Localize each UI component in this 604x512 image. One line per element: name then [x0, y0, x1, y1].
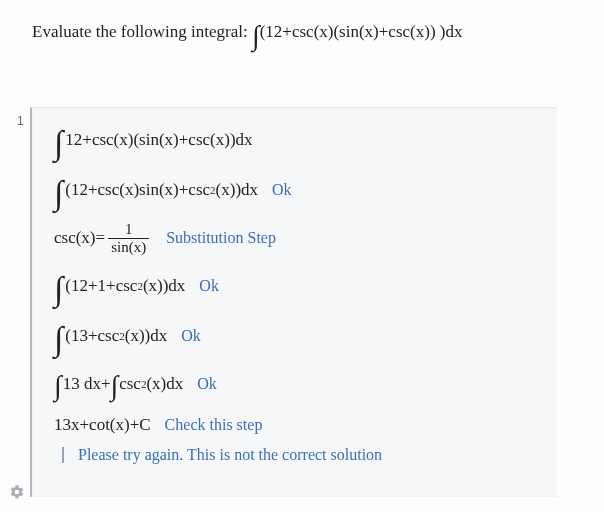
- worksheet-panel[interactable]: ∫12+csc(x)(sin(x)+csc(x))dx ∫(12+csc(x)s…: [30, 107, 557, 497]
- step-row[interactable]: csc(x)=1sin(x) Substitution Step: [54, 218, 545, 258]
- prompt-expression: ∫(12+csc(x)(sin(x)+csc(x)) )dx: [252, 22, 462, 41]
- step-expression: ∫(13+csc2(x))dx: [54, 324, 167, 348]
- step-row[interactable]: ∫(12+csc(x)sin(x)+csc2(x))dx Ok: [54, 168, 545, 212]
- prompt-label: Evaluate the following integral:: [32, 22, 248, 41]
- step-row[interactable]: ∫(12+1+csc2(x))dx Ok: [54, 264, 545, 308]
- feedback-message: Please try again. This is not the correc…: [78, 446, 382, 464]
- step-row[interactable]: ∫12+csc(x)(sin(x)+csc(x))dx: [54, 118, 545, 162]
- prompt-expr-text: (12+csc(x)(sin(x)+csc(x)) )dx: [260, 22, 463, 41]
- cursor-bar-icon: [62, 447, 64, 463]
- step-row[interactable]: ∫13 dx+∫csc2(x)dx Ok: [54, 364, 545, 404]
- problem-prompt: Evaluate the following integral: ∫(12+cs…: [32, 20, 462, 47]
- step-status[interactable]: Ok: [272, 181, 292, 199]
- step-expression: ∫(12+csc(x)sin(x)+csc2(x))dx: [54, 178, 258, 202]
- step-row[interactable]: 13x+cot(x)+C Check this step: [54, 410, 545, 440]
- step-status[interactable]: Ok: [197, 375, 217, 393]
- feedback-row: Please try again. This is not the correc…: [54, 446, 545, 464]
- step-row[interactable]: ∫(13+csc2(x))dx Ok: [54, 314, 545, 358]
- page: Evaluate the following integral: ∫(12+cs…: [0, 0, 604, 512]
- step-status[interactable]: Ok: [181, 327, 201, 345]
- step-expression: ∫(12+1+csc2(x))dx: [54, 274, 185, 298]
- step-expression: csc(x)=1sin(x): [54, 222, 152, 255]
- step-expression: ∫12+csc(x)(sin(x)+csc(x))dx: [54, 128, 253, 152]
- gear-icon[interactable]: [9, 484, 25, 500]
- step-expression: ∫13 dx+∫csc2(x)dx: [54, 374, 183, 394]
- step-status[interactable]: Ok: [199, 277, 219, 295]
- step-status[interactable]: Substitution Step: [166, 229, 276, 247]
- step-status[interactable]: Check this step: [165, 416, 263, 434]
- line-number-1: 1: [17, 114, 24, 128]
- step-expression: 13x+cot(x)+C: [54, 415, 151, 435]
- worksheet-inner: ∫12+csc(x)(sin(x)+csc(x))dx ∫(12+csc(x)s…: [32, 108, 557, 470]
